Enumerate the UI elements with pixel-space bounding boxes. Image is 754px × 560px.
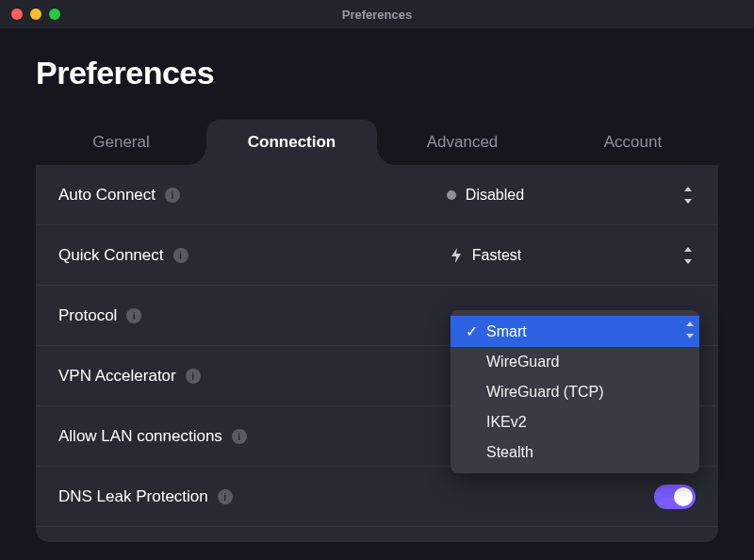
option-label: WireGuard (TCP) — [486, 384, 603, 401]
auto-connect-selector[interactable]: Disabled — [275, 187, 696, 204]
text-quick-connect: Quick Connect — [58, 246, 164, 265]
info-icon[interactable]: i — [232, 429, 247, 444]
settings-panel: Auto Connect i Disabled Quick Connect i — [36, 165, 718, 542]
toggle-knob — [674, 487, 693, 506]
text-allow-lan: Allow LAN connections — [58, 427, 222, 446]
tab-general[interactable]: General — [36, 120, 206, 165]
row-dns-leak: DNS Leak Protection i — [36, 467, 718, 527]
quick-connect-value: Fastest — [472, 247, 521, 264]
tab-strip: General Connection Advanced Account — [36, 120, 718, 165]
text-vpn-accelerator: VPN Accelerator — [58, 367, 176, 386]
tab-advanced[interactable]: Advanced — [377, 120, 548, 165]
dns-leak-toggle[interactable] — [654, 485, 696, 509]
text-protocol: Protocol — [58, 306, 117, 325]
tabs: General Connection Advanced Account — [36, 120, 718, 165]
text-dns-leak: DNS Leak Protection — [58, 487, 208, 506]
protocol-option-wireguard-tcp[interactable]: WireGuard (TCP) — [451, 377, 699, 407]
status-dot-icon — [447, 190, 456, 200]
label-allow-lan: Allow LAN connections i — [58, 427, 275, 446]
check-icon: ✓ — [464, 322, 479, 340]
info-icon[interactable]: i — [186, 369, 201, 384]
info-icon[interactable]: i — [173, 248, 188, 263]
stepper-icon[interactable] — [684, 187, 696, 204]
info-icon[interactable]: i — [165, 188, 180, 203]
protocol-dropdown: ✓ Smart WireGuard WireGuard (TCP) IKEv2 — [451, 310, 699, 473]
label-protocol: Protocol i — [58, 306, 275, 325]
stepper-icon[interactable] — [684, 247, 696, 264]
label-vpn-accelerator: VPN Accelerator i — [58, 367, 275, 386]
option-label: IKEv2 — [486, 414, 527, 431]
protocol-option-wireguard[interactable]: WireGuard — [451, 347, 699, 377]
titlebar: Preferences — [0, 0, 754, 28]
tab-account[interactable]: Account — [548, 120, 718, 165]
option-label: WireGuard — [486, 354, 559, 371]
label-quick-connect: Quick Connect i — [58, 246, 275, 265]
option-label: Stealth — [486, 444, 533, 461]
text-auto-connect: Auto Connect — [58, 186, 156, 205]
option-label: Smart — [486, 323, 527, 340]
protocol-stepper-icon[interactable] — [686, 321, 697, 338]
label-auto-connect: Auto Connect i — [58, 186, 275, 205]
page-title: Preferences — [36, 55, 718, 91]
protocol-option-ikev2[interactable]: IKEv2 — [451, 407, 699, 437]
window-title: Preferences — [0, 8, 754, 22]
bolt-icon — [450, 248, 463, 263]
row-auto-connect: Auto Connect i Disabled — [36, 165, 718, 225]
info-icon[interactable]: i — [126, 308, 141, 323]
auto-connect-value: Disabled — [466, 187, 524, 204]
quick-connect-selector[interactable]: Fastest — [275, 247, 696, 264]
label-dns-leak: DNS Leak Protection i — [58, 487, 275, 506]
preferences-window: Preferences Preferences General Connecti… — [0, 0, 754, 560]
protocol-option-stealth[interactable]: Stealth — [451, 437, 699, 468]
content-area: Preferences General Connection Advanced … — [0, 28, 754, 560]
info-icon[interactable]: i — [218, 489, 233, 504]
row-quick-connect: Quick Connect i Fastest — [36, 225, 718, 286]
protocol-option-smart[interactable]: ✓ Smart — [451, 316, 699, 347]
tab-connection[interactable]: Connection — [206, 120, 377, 165]
